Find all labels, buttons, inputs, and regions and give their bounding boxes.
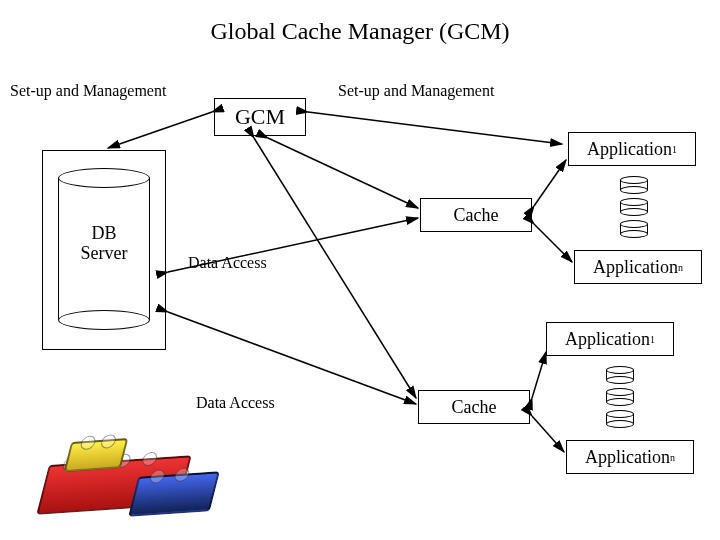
svg-line-3 (254, 138, 416, 398)
application-1-a-box: Application1 (568, 132, 696, 166)
application-n-b-box: Applicationn (566, 440, 694, 474)
svg-line-1 (308, 112, 562, 144)
svg-line-2 (268, 138, 418, 208)
svg-line-7 (534, 224, 572, 262)
label-data-access-1: Data Access (188, 254, 267, 272)
svg-line-5 (168, 312, 416, 404)
app-stack-a-icon (620, 176, 650, 242)
svg-line-6 (534, 160, 566, 206)
label-setup-right: Set-up and Management (338, 82, 494, 100)
application-1-b-box: Application1 (546, 322, 674, 356)
page-title: Global Cache Manager (GCM) (0, 18, 720, 45)
svg-line-0 (108, 112, 212, 148)
app-stack-b-icon (606, 366, 636, 432)
application-n-a-box: Applicationn (574, 250, 702, 284)
cache-box-2: Cache (418, 390, 530, 424)
label-data-access-2: Data Access (196, 394, 275, 412)
cache-box-1: Cache (420, 198, 532, 232)
label-setup-left: Set-up and Management (10, 82, 166, 100)
svg-line-9 (532, 416, 564, 452)
svg-line-8 (532, 352, 546, 398)
gcm-box: GCM (214, 98, 306, 136)
db-server-label: DB Server (58, 224, 150, 264)
db-cylinder-icon: DB Server (58, 168, 150, 330)
